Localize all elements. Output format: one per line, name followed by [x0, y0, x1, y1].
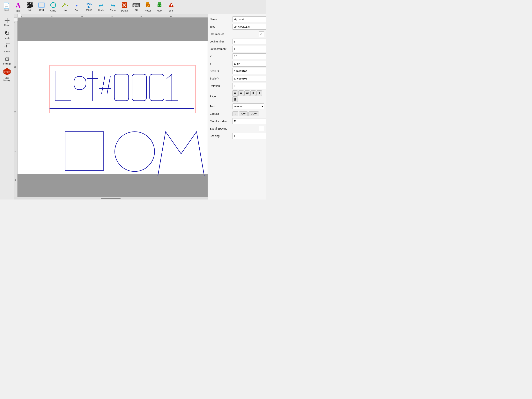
tool-circle[interactable]: Circle [48, 0, 59, 14]
redo-icon: ↪ [110, 2, 115, 9]
checkmark-icon: ✓ [260, 32, 263, 36]
scroll-thumb[interactable] [101, 198, 120, 199]
import-icon: HPGLPLT [86, 3, 92, 8]
files-icon: 📄 [3, 3, 10, 8]
settings-icon: ⚙ [4, 56, 10, 62]
tool-redo-label: Redo [110, 9, 116, 12]
align-right-btn[interactable] [244, 90, 250, 96]
circular-radius-row: Circular radius [210, 118, 264, 124]
use-macros-checkbox[interactable]: ✓ [259, 31, 264, 37]
tool-undo[interactable]: ↩ Undo [95, 0, 107, 14]
canvas-content: 0 10 20 30 40 [14, 18, 208, 197]
sidebar-rotate-label: Rotate [4, 37, 10, 39]
align-top-btn[interactable] [250, 90, 256, 96]
scale-x-input[interactable] [232, 68, 266, 74]
left-sidebar: ✛ Move ↻ Rotate Scale ⚙ Settings [0, 14, 14, 200]
svg-rect-51 [114, 74, 129, 101]
svg-rect-71 [234, 98, 236, 100]
equal-spacing-checkbox[interactable] [259, 126, 264, 131]
scale-x-row: Scale X [210, 68, 264, 74]
align-center-h-btn[interactable] [238, 90, 244, 96]
tool-files[interactable]: 📄 Files [1, 0, 12, 14]
tool-delete[interactable]: Delete [119, 0, 130, 14]
scale-y-input[interactable] [232, 76, 266, 81]
tool-text[interactable]: A Text [13, 0, 24, 14]
tool-qr-label: QR [28, 9, 32, 12]
circular-n-btn[interactable]: N [232, 111, 238, 116]
stop-icon: STOP [3, 68, 11, 77]
text-input[interactable] [232, 24, 266, 30]
circular-cw-btn[interactable]: CW [239, 111, 248, 116]
y-row: Y [210, 61, 264, 67]
use-macros-label: Use macros [210, 32, 231, 36]
svg-rect-61 [234, 93, 236, 94]
x-row: X [210, 53, 264, 59]
tool-import[interactable]: HPGLPLT Import [82, 0, 95, 14]
y-input[interactable] [232, 61, 266, 67]
name-input[interactable] [232, 16, 266, 22]
lot-number-input[interactable] [232, 39, 266, 45]
svg-rect-12 [30, 7, 31, 8]
tool-files-label: Files [4, 9, 9, 12]
tool-redo[interactable]: ↪ Redo [107, 0, 118, 14]
svg-rect-13 [32, 7, 32, 8]
spacing-row: Spacing [210, 133, 264, 139]
tool-rect[interactable]: Rect [36, 0, 47, 14]
scrollbar[interactable] [14, 197, 208, 200]
circular-radius-input[interactable] [232, 118, 266, 124]
sidebar-settings-label: Settings [3, 63, 11, 65]
sidebar-rotate[interactable]: ↻ Rotate [1, 28, 13, 40]
tool-dot[interactable]: • Dot [71, 0, 82, 14]
delete-icon [121, 2, 127, 9]
drawing-canvas[interactable] [18, 18, 208, 197]
circular-ccw-btn[interactable]: CCW [248, 111, 259, 116]
qr-icon [27, 2, 33, 9]
font-row: Font Narrow Normal Wide Bold [210, 103, 264, 109]
svg-rect-9 [31, 6, 32, 7]
svg-line-48 [107, 76, 110, 94]
sidebar-stop[interactable]: STOP StopMarking [1, 69, 13, 81]
tool-link-label: Link [169, 9, 173, 12]
svg-line-20 [65, 4, 67, 6]
rotation-input[interactable] [232, 83, 266, 89]
align-bottom-btn[interactable] [232, 97, 238, 102]
drawing-svg [18, 18, 208, 197]
align-group [232, 90, 264, 102]
equal-spacing-label: Equal Spacing [210, 127, 231, 130]
tool-line-label: Line [63, 9, 67, 12]
tool-qr[interactable]: QR [24, 0, 35, 14]
ruler-horizontal: 0 10 20 30 40 50 [21, 14, 208, 18]
sidebar-move[interactable]: ✛ Move [1, 16, 13, 28]
tool-kb[interactable]: ⌨ KB [130, 0, 142, 14]
selection-box [50, 65, 196, 113]
lot-increment-input[interactable] [232, 46, 266, 52]
tool-mark-label: Mark [157, 9, 162, 12]
tool-mark[interactable]: Mark [154, 0, 165, 14]
scale-y-row: Scale Y [210, 76, 264, 81]
tool-line[interactable]: Line [59, 0, 70, 14]
spacing-input[interactable] [232, 133, 266, 139]
svg-rect-8 [30, 6, 31, 7]
sidebar-settings[interactable]: ⚙ Settings [1, 54, 13, 66]
svg-rect-69 [259, 92, 260, 94]
svg-point-26 [147, 5, 147, 6]
tool-reset[interactable]: Reset [142, 0, 153, 14]
rotation-row: Rotation [210, 83, 264, 89]
align-left-btn[interactable] [232, 90, 238, 96]
link-icon [168, 2, 174, 9]
svg-rect-14 [39, 3, 44, 7]
spacing-label: Spacing [210, 135, 231, 138]
x-input[interactable] [232, 53, 266, 59]
font-select[interactable]: Narrow Normal Wide Bold [232, 103, 264, 109]
tool-link[interactable]: Link [165, 0, 177, 14]
circular-row: Circular N CW CCW [210, 111, 264, 117]
sidebar-scale[interactable]: Scale [1, 41, 13, 53]
align-center-v-btn[interactable] [256, 90, 262, 96]
y-label: Y [210, 62, 231, 65]
toolbar: 📄 Files A Text QR [0, 0, 266, 14]
dot-icon: • [75, 2, 77, 9]
svg-line-55 [167, 74, 172, 79]
equal-spacing-row: Equal Spacing [210, 126, 264, 131]
svg-rect-58 [65, 132, 104, 170]
scale-y-label: Scale Y [210, 77, 231, 80]
